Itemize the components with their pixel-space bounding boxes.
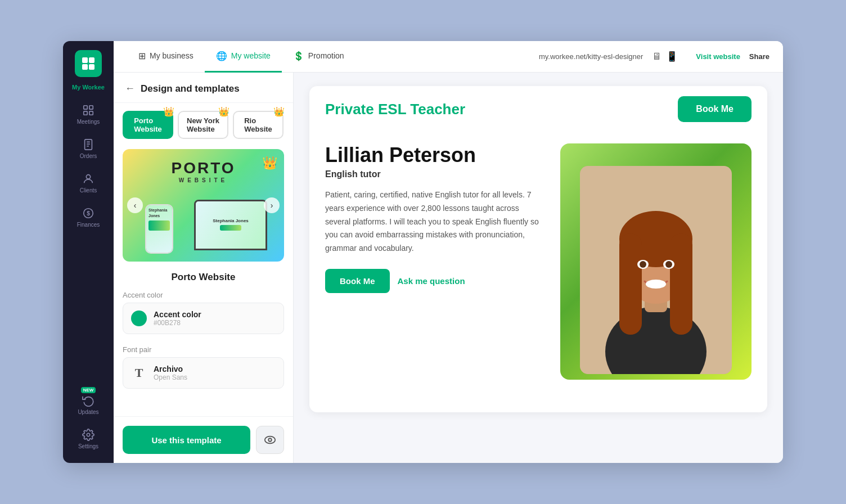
sidebar-item-orders[interactable]: Orders bbox=[63, 134, 114, 164]
preview-next-button[interactable]: › bbox=[264, 197, 280, 213]
desktop-icon[interactable]: 🖥 bbox=[652, 51, 662, 62]
laptop-name: Stephania Jones bbox=[213, 218, 249, 223]
website-preview: Private ESL Teacher Book Me Lillian Pete… bbox=[309, 86, 767, 412]
rio-crown-icon: 👑 bbox=[273, 106, 285, 117]
svg-rect-2 bbox=[82, 64, 88, 70]
preview-prev-button[interactable]: ‹ bbox=[127, 197, 143, 213]
svg-point-15 bbox=[87, 433, 90, 436]
svg-rect-4 bbox=[84, 106, 87, 109]
accent-label: Accent color bbox=[123, 291, 284, 299]
accent-color-info: Accent color #00B278 bbox=[154, 310, 201, 327]
use-template-button[interactable]: Use this template bbox=[123, 426, 250, 454]
svg-point-29 bbox=[665, 261, 672, 268]
laptop-screen: Stephania Jones bbox=[196, 201, 266, 249]
panel-footer: Use this template bbox=[114, 416, 293, 463]
device-icons: 🖥 📱 bbox=[652, 51, 678, 62]
person-photo-svg bbox=[580, 166, 732, 374]
book-me-header-button[interactable]: Book Me bbox=[678, 96, 752, 122]
preview-eye-button[interactable] bbox=[256, 426, 284, 454]
promotion-icon: 💲 bbox=[293, 51, 304, 61]
book-me-main-button[interactable]: Book Me bbox=[325, 269, 390, 293]
sidebar-item-clients[interactable]: Clients bbox=[63, 168, 114, 198]
tab-my-website[interactable]: 🌐 My website bbox=[205, 41, 282, 73]
app-container: My Workee Meetings Orders bbox=[63, 41, 783, 463]
person-bio: Patient, caring, certified, native Engli… bbox=[325, 188, 542, 255]
website-page-title: Private ESL Teacher bbox=[325, 101, 465, 118]
svg-text:$: $ bbox=[87, 210, 90, 217]
porto-crown-icon: 👑 bbox=[163, 106, 174, 117]
phone-screen: Stephania Jones bbox=[146, 205, 172, 253]
laptop-content: Stephania Jones bbox=[213, 218, 249, 232]
font-pair-section: Font pair T Archivo Open Sans bbox=[114, 340, 293, 394]
sidebar-finances-label: Finances bbox=[77, 222, 100, 228]
nav-actions: Visit website Share bbox=[696, 52, 770, 61]
phone-bar bbox=[148, 220, 170, 231]
svg-point-17 bbox=[268, 438, 272, 442]
svg-point-16 bbox=[265, 436, 275, 444]
sidebar-item-settings[interactable]: Settings bbox=[63, 424, 114, 454]
content-area: ← Design and templates 👑 PortoWebsite 👑 … bbox=[114, 73, 783, 463]
svg-rect-3 bbox=[89, 64, 94, 70]
font-row[interactable]: T Archivo Open Sans bbox=[123, 357, 284, 389]
my-business-icon: ⊞ bbox=[138, 51, 146, 61]
sidebar-item-updates[interactable]: NEW Updates bbox=[63, 382, 114, 420]
svg-rect-6 bbox=[84, 111, 87, 115]
template-tab-newyork[interactable]: 👑 New YorkWebsite bbox=[178, 111, 228, 139]
svg-point-30 bbox=[646, 280, 666, 289]
tab-my-business-label: My business bbox=[150, 51, 194, 60]
font-label: Font pair bbox=[123, 345, 284, 354]
phone-text: Stephania Jones bbox=[148, 208, 170, 219]
accent-color-section: Accent color Accent color #00B278 bbox=[114, 285, 293, 340]
svg-rect-25 bbox=[670, 233, 692, 335]
url-text: my.workee.net/kitty-esl-designer bbox=[539, 52, 643, 61]
sidebar-item-meetings[interactable]: Meetings bbox=[63, 100, 114, 129]
template-tabs: 👑 PortoWebsite 👑 New YorkWebsite 👑 RioWe… bbox=[114, 103, 293, 145]
svg-rect-7 bbox=[89, 111, 93, 115]
right-panel: Private ESL Teacher Book Me Lillian Pete… bbox=[294, 73, 783, 463]
template-tab-rio[interactable]: 👑 RioWebsite bbox=[233, 111, 284, 139]
ask-question-button[interactable]: Ask me question bbox=[398, 276, 465, 286]
back-button[interactable]: ← bbox=[125, 83, 135, 94]
tab-promotion[interactable]: 💲 Promotion bbox=[282, 41, 356, 73]
sidebar-brand-label: My Workee bbox=[72, 84, 105, 91]
template-rio-label: RioWebsite bbox=[244, 116, 272, 133]
sidebar-settings-label: Settings bbox=[78, 443, 98, 449]
font-primary-name: Archivo bbox=[154, 364, 187, 374]
share-button[interactable]: Share bbox=[749, 52, 770, 61]
website-image-column bbox=[560, 143, 752, 380]
template-tab-porto[interactable]: 👑 PortoWebsite bbox=[123, 111, 173, 139]
main-content: ⊞ My business 🌐 My website 💲 Promotion m… bbox=[114, 41, 783, 463]
top-nav: ⊞ My business 🌐 My website 💲 Promotion m… bbox=[114, 41, 783, 73]
sidebar-updates-label: Updates bbox=[78, 409, 98, 415]
sidebar-item-finances[interactable]: $ Finances bbox=[63, 202, 114, 232]
accent-color-name: Accent color bbox=[154, 310, 201, 319]
svg-point-28 bbox=[640, 261, 646, 268]
sidebar-clients-label: Clients bbox=[80, 187, 97, 194]
svg-point-12 bbox=[86, 175, 90, 179]
svg-rect-1 bbox=[89, 57, 94, 63]
tab-my-business[interactable]: ⊞ My business bbox=[127, 41, 205, 73]
preview-phone-mockup: Stephania Jones bbox=[145, 204, 173, 254]
website-body: Lillian Peterson English tutor Patient, … bbox=[309, 132, 767, 400]
tab-promotion-label: Promotion bbox=[308, 51, 344, 60]
person-image-card bbox=[560, 143, 752, 380]
updates-badge: NEW bbox=[81, 387, 96, 393]
person-role: English tutor bbox=[325, 169, 542, 179]
tab-my-website-label: My website bbox=[231, 51, 271, 60]
laptop-bar bbox=[220, 225, 241, 231]
website-text-column: Lillian Peterson English tutor Patient, … bbox=[325, 143, 542, 293]
font-T-icon: T bbox=[131, 366, 147, 380]
sidebar-logo bbox=[75, 50, 102, 77]
preview-laptop-mockup: Stephania Jones bbox=[194, 200, 267, 250]
panel-title: Design and templates bbox=[141, 83, 240, 94]
accent-color-row[interactable]: Accent color #00B278 bbox=[123, 303, 284, 334]
left-panel: ← Design and templates 👑 PortoWebsite 👑 … bbox=[114, 73, 294, 463]
sidebar: My Workee Meetings Orders bbox=[63, 41, 114, 463]
visit-website-button[interactable]: Visit website bbox=[696, 52, 740, 61]
template-preview: ‹ › 👑 PORTO WEBSITE Stephania Jones bbox=[123, 149, 284, 262]
mobile-icon[interactable]: 📱 bbox=[666, 51, 678, 62]
accent-color-hex: #00B278 bbox=[154, 319, 201, 327]
template-porto-label: PortoWebsite bbox=[134, 116, 162, 133]
accent-color-circle bbox=[131, 310, 147, 326]
template-name-text: Porto Website bbox=[123, 272, 284, 283]
